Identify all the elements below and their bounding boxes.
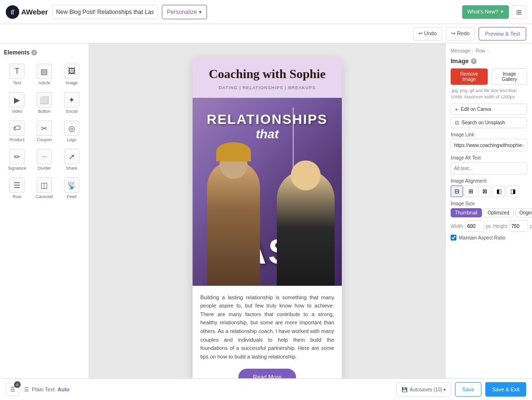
element-social[interactable]: ✦ Social xyxy=(58,89,85,117)
text-overlay: RELATIONSHIPS that xyxy=(193,112,342,142)
size-buttons: Thumbnail Optimized Original xyxy=(451,208,527,217)
editor-background: (( AWeber Personalize ▾ What's New? ✦ ⊞ … xyxy=(0,0,532,400)
preview-test-button[interactable]: Preview & Test xyxy=(479,27,526,40)
autosave-icon: 💾 xyxy=(402,387,407,392)
article-icon: ▤ xyxy=(37,64,52,79)
breadcrumb-row[interactable]: Row xyxy=(476,48,485,53)
button-icon: ⬜ xyxy=(37,92,52,107)
element-signature[interactable]: ✏ Signature xyxy=(4,146,30,173)
view-toggle: ☰ Plain Text Auto xyxy=(24,387,70,393)
product-icon: 🏷 xyxy=(9,120,25,136)
image-info-icon[interactable]: ? xyxy=(471,58,477,64)
action-bar: ↩ Undo ↪ Redo Preview & Test xyxy=(0,24,532,43)
element-button[interactable]: ⬜ Button xyxy=(31,89,58,117)
coupon-icon: ✂ xyxy=(37,120,52,136)
email-image-overlay: RELATIONSHIPS that LAST xyxy=(193,98,342,286)
width-input[interactable] xyxy=(465,220,484,232)
unsplash-icon: ⊡ xyxy=(455,120,459,125)
video-icon: ▶ xyxy=(9,92,25,107)
save-exit-button[interactable]: Save & Exit xyxy=(485,382,526,397)
search-unsplash-button[interactable]: ⊡ Search on Unsplash xyxy=(451,117,527,128)
aweber-logo-icon: (( xyxy=(6,5,19,19)
height-label: Height xyxy=(493,224,507,229)
align-center-full-button[interactable]: ⊞ xyxy=(465,186,477,197)
element-image[interactable]: 🖼 Image xyxy=(58,61,85,88)
redo-button[interactable]: ↪ Redo xyxy=(446,27,475,40)
element-feed[interactable]: 📡 Feed xyxy=(58,174,85,202)
align-right-text-button[interactable]: ◨ xyxy=(506,186,519,197)
image-icon: 🖼 xyxy=(64,64,79,79)
top-bar: (( AWeber Personalize ▾ What's New? ✦ ⊞ xyxy=(0,0,532,24)
center-canvas[interactable]: Coaching with Sophie DATING | RELATIONSH… xyxy=(89,43,445,400)
divider-icon: ⏤ xyxy=(37,149,52,164)
image-link-input[interactable] xyxy=(451,139,527,151)
image-alt-input[interactable] xyxy=(451,162,527,174)
element-carousel[interactable]: ◫ Carousel xyxy=(31,174,58,202)
personalize-button[interactable]: Personalize ▾ xyxy=(162,5,207,19)
bottom-right: 💾 Autosaves (10) ▾ Save Save & Exit xyxy=(396,382,526,397)
left-sidebar: Elements ? T Text ▤ Article 🖼 Image ▶ xyxy=(0,43,89,400)
whats-new-button[interactable]: What's New? ✦ xyxy=(462,5,509,19)
signature-icon: ✏ xyxy=(9,149,25,164)
elements-grid: T Text ▤ Article 🖼 Image ▶ Video ⬜ Bu xyxy=(4,61,85,202)
top-bar-right: What's New? ✦ ⊞ xyxy=(462,5,526,19)
text-icon: T xyxy=(9,64,25,79)
image-gallery-button[interactable]: Image Gallery xyxy=(492,68,527,85)
canva-icon: ● xyxy=(455,107,458,112)
elements-info-icon[interactable]: ? xyxy=(31,50,37,55)
autosave-button[interactable]: 💾 Autosaves (10) ▾ xyxy=(396,382,451,397)
element-text[interactable]: T Text xyxy=(4,61,30,88)
alignment-buttons: ⊟ ⊞ ⊠ ◧ ◨ xyxy=(451,186,527,197)
share-icon: ↗ xyxy=(64,149,79,164)
element-coupon[interactable]: ✂ Coupon xyxy=(31,118,58,145)
email-image-section[interactable]: RELATIONSHIPS that LAST xyxy=(193,98,342,286)
image-link-label: Image Link xyxy=(451,132,527,137)
element-share[interactable]: ↗ Share xyxy=(58,146,85,173)
carousel-icon: ◫ xyxy=(37,177,52,193)
breadcrumb-separator: › xyxy=(472,48,474,53)
auto-toggle[interactable]: Auto xyxy=(58,387,70,392)
breadcrumb-separator2: › xyxy=(487,48,489,53)
element-product[interactable]: 🏷 Product xyxy=(4,118,30,145)
original-size-button[interactable]: Original xyxy=(515,208,532,217)
align-left-text-button[interactable]: ◧ xyxy=(493,186,505,197)
bottom-icon-button[interactable]: ☰ 0 xyxy=(6,383,19,396)
element-logo[interactable]: ◎ Logo xyxy=(58,118,85,145)
email-subtitle: DATING | RELATIONSHIPS | BREAKUPS xyxy=(200,85,334,90)
email-header: Coaching with Sophie DATING | RELATIONSH… xyxy=(193,58,342,98)
alignment-label: Image Alignment xyxy=(451,178,527,184)
breadcrumb: Message › Row › xyxy=(451,48,527,53)
align-left-full-button[interactable]: ⊟ xyxy=(451,186,463,197)
thumbnail-size-button[interactable]: Thumbnail xyxy=(451,208,482,217)
subject-input[interactable] xyxy=(52,5,158,19)
edit-canva-button[interactable]: ● Edit on Canva xyxy=(451,104,527,115)
icon-badge: 0 xyxy=(14,381,21,388)
height-input[interactable] xyxy=(509,220,528,232)
maintain-ratio-label: Maintain Aspect Ratio xyxy=(459,235,506,240)
element-divider[interactable]: ⏤ Divider xyxy=(31,146,58,173)
bottom-left: ☰ 0 ☰ Plain Text Auto xyxy=(6,383,70,396)
undo-button[interactable]: ↩ Undo xyxy=(413,27,442,40)
width-label: Width xyxy=(451,224,463,229)
grid-icon-button[interactable]: ⊞ xyxy=(512,5,526,19)
person-right-body xyxy=(277,160,335,286)
view-toggle-icon: ☰ xyxy=(24,387,29,393)
element-video[interactable]: ▶ Video xyxy=(4,89,30,117)
plain-text-toggle[interactable]: Plain Text xyxy=(32,387,55,392)
social-icon: ✦ xyxy=(64,92,79,107)
element-row[interactable]: ☰ Row xyxy=(4,174,30,202)
maintain-ratio-row: Maintain Aspect Ratio xyxy=(451,235,527,240)
breadcrumb-message[interactable]: Message xyxy=(451,48,470,53)
remove-image-button[interactable]: Remove Image xyxy=(451,68,488,85)
main-layout: Elements ? T Text ▤ Article 🖼 Image ▶ xyxy=(0,43,532,400)
px-label2: px xyxy=(530,224,532,229)
element-article[interactable]: ▤ Article xyxy=(31,61,58,88)
elements-header: Elements ? xyxy=(4,49,85,56)
right-panel: Message › Row › Image ? Remove Image Ima… xyxy=(445,43,532,400)
save-button[interactable]: Save xyxy=(455,382,481,397)
bottom-bar: ☰ 0 ☰ Plain Text Auto 💾 Autosaves (10) ▾… xyxy=(0,378,532,400)
align-right-full-button[interactable]: ⊠ xyxy=(479,186,491,197)
maintain-ratio-checkbox[interactable] xyxy=(451,235,456,240)
optimized-size-button[interactable]: Optimized xyxy=(483,208,514,217)
email-body-text: Building a lasting relationship is somet… xyxy=(200,293,334,361)
